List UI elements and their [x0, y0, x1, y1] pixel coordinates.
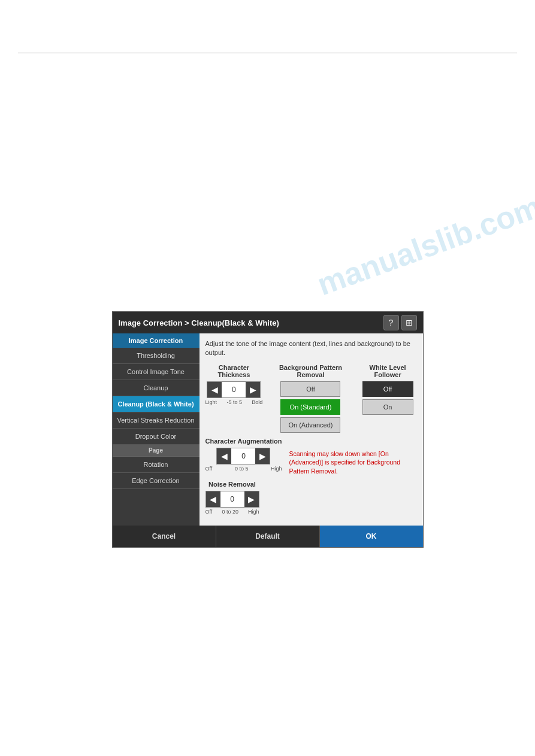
noise-right: High	[248, 509, 259, 515]
cancel-button[interactable]: Cancel	[113, 526, 216, 547]
noise-removal-range: Off 0 to 20 High	[205, 509, 259, 515]
noise-removal-spinner: ◀ 0 ▶	[205, 491, 259, 508]
white-level-on-btn[interactable]: On	[362, 399, 413, 415]
titlebar-icons: ? ⊞	[383, 315, 417, 330]
dialog-body: Image Correction Thresholding Control Im…	[113, 333, 423, 526]
default-button[interactable]: Default	[216, 526, 320, 547]
titlebar: Image Correction > Cleanup(Black & White…	[113, 312, 423, 333]
sidebar-item-edge-correction[interactable]: Edge Correction	[113, 473, 200, 489]
sidebar-item-vertical-streaks[interactable]: Vertical Streaks Reduction	[113, 412, 200, 429]
char-thickness-right: Bold	[252, 399, 262, 405]
dialog-footer: Cancel Default OK	[113, 526, 423, 547]
background-pattern-on-advanced-btn[interactable]: On (Advanced)	[280, 417, 340, 433]
dialog: Image Correction > Cleanup(Black & White…	[112, 311, 424, 548]
controls-row-noise: Noise Removal ◀ 0 ▶ Off 0 to 20 High	[205, 481, 417, 515]
controls-row-mid: Character Augmentation ◀ 0 ▶ Off 0 to 5 …	[205, 438, 417, 476]
noise-removal-value: 0	[220, 491, 244, 507]
white-level-buttons: Off On	[362, 381, 413, 415]
background-pattern-section: Background Pattern Removal Off On (Stand…	[270, 364, 351, 433]
character-augmentation-range: Off 0 to 5 High	[205, 466, 282, 472]
dialog-title: Image Correction > Cleanup(Black & White…	[119, 318, 279, 327]
white-level-label: White Level Follower	[359, 364, 417, 378]
help-button[interactable]: ?	[383, 315, 399, 330]
background-pattern-label: Background Pattern Removal	[270, 364, 351, 378]
sidebar-item-rotation[interactable]: Rotation	[113, 457, 200, 473]
char-thickness-mid: -5 to 5	[226, 399, 242, 405]
content-description: Adjust the tone of the image content (te…	[205, 339, 417, 358]
content-area: Adjust the tone of the image content (te…	[200, 333, 423, 526]
controls-row-top: Character Thickness ◀ 0 ▶ Light -5 to 5 …	[205, 364, 417, 433]
sidebar-page-section: Page	[113, 445, 200, 457]
char-aug-mid: 0 to 5	[235, 466, 249, 472]
white-level-off-btn[interactable]: Off	[362, 381, 413, 397]
white-level-section: White Level Follower Off On	[359, 364, 417, 433]
background-pattern-buttons: Off On (Standard) On (Advanced)	[280, 381, 340, 433]
char-aug-right: High	[271, 466, 282, 472]
character-thickness-decrement[interactable]: ◀	[207, 382, 222, 397]
sidebar-header: Image Correction	[113, 333, 200, 348]
sidebar-item-dropout-color[interactable]: Dropout Color	[113, 429, 200, 445]
sidebar-item-cleanup-bw[interactable]: Cleanup (Black & White)	[113, 396, 200, 412]
character-augmentation-decrement[interactable]: ◀	[217, 448, 231, 464]
background-pattern-on-standard-btn[interactable]: On (Standard)	[280, 399, 340, 415]
noise-removal-decrement[interactable]: ◀	[206, 491, 220, 507]
character-augmentation-increment[interactable]: ▶	[255, 448, 270, 464]
grid-button[interactable]: ⊞	[401, 315, 417, 330]
noise-removal-increment[interactable]: ▶	[244, 491, 259, 507]
sidebar-item-control-image-tone[interactable]: Control Image Tone	[113, 364, 200, 380]
character-augmentation-label: Character Augmentation	[205, 438, 282, 445]
top-rule	[18, 53, 517, 53]
character-thickness-value: 0	[222, 382, 246, 397]
noise-left: Off	[205, 509, 213, 515]
character-thickness-spinner: ◀ 0 ▶	[207, 381, 261, 398]
character-thickness-section: Character Thickness ◀ 0 ▶ Light -5 to 5 …	[205, 364, 263, 433]
character-thickness-increment[interactable]: ▶	[246, 382, 260, 397]
noise-removal-label: Noise Removal	[208, 481, 256, 488]
char-aug-left: Off	[205, 466, 213, 472]
sidebar: Image Correction Thresholding Control Im…	[113, 333, 200, 526]
sidebar-item-thresholding[interactable]: Thresholding	[113, 348, 200, 364]
sidebar-item-cleanup[interactable]: Cleanup	[113, 380, 200, 396]
warning-text: Scanning may slow down when [On (Advance…	[289, 450, 416, 476]
character-augmentation-section: Character Augmentation ◀ 0 ▶ Off 0 to 5 …	[205, 438, 282, 476]
character-thickness-range: Light -5 to 5 Bold	[205, 399, 263, 405]
noise-removal-section: Noise Removal ◀ 0 ▶ Off 0 to 20 High	[205, 481, 259, 515]
ok-button[interactable]: OK	[320, 526, 423, 547]
noise-mid: 0 to 20	[222, 509, 238, 515]
background-pattern-off-btn[interactable]: Off	[280, 381, 340, 397]
char-thickness-left: Light	[205, 399, 217, 405]
character-thickness-label: Character Thickness	[205, 364, 263, 378]
character-augmentation-spinner: ◀ 0 ▶	[216, 448, 270, 464]
character-augmentation-value: 0	[231, 448, 255, 464]
